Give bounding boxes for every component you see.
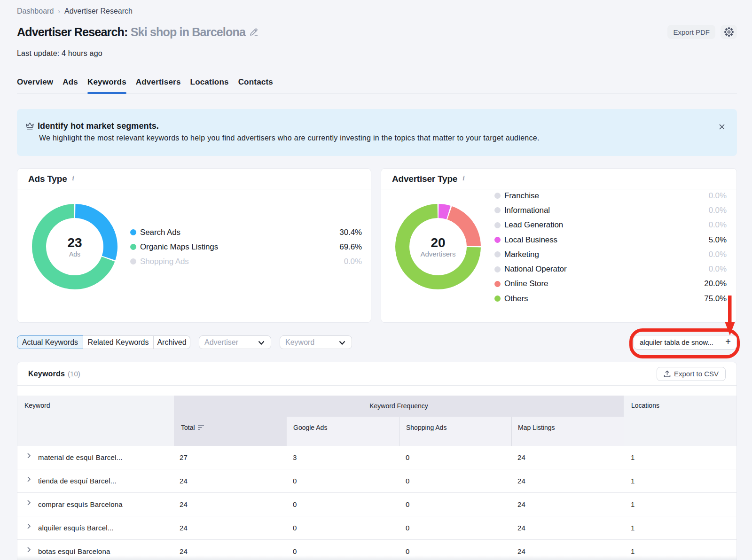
svg-text:23: 23 [67,235,82,250]
svg-text:Advertisers: Advertisers [420,250,455,258]
svg-text:20: 20 [431,235,445,250]
svg-text:Ads: Ads [69,250,80,258]
